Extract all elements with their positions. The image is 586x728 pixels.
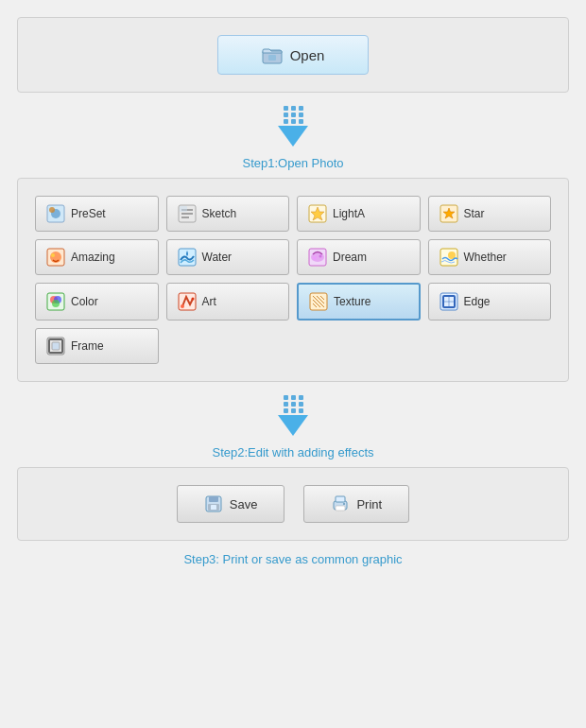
svg-rect-45 [209,496,218,502]
dot [299,113,303,117]
open-button-label: Open [290,47,325,63]
step2-arrow [278,395,308,436]
svg-rect-47 [211,505,216,510]
dot [291,408,296,413]
sketch-button[interactable]: Sketch [166,196,290,232]
water-icon [177,247,198,268]
svg-point-27 [52,300,60,307]
arrow-dots-2 [284,395,303,413]
texture-icon [308,291,329,312]
dot [284,408,288,413]
svg-point-20 [313,256,317,260]
svg-rect-50 [336,506,345,511]
dot [284,113,288,117]
whether-icon [439,247,459,268]
save-button[interactable]: Save [177,485,285,523]
color-button[interactable]: Color [35,283,159,321]
lighta-icon [307,203,328,224]
sketch-icon [177,203,198,224]
effects-grid: PreSet Sketch LightA [35,196,551,364]
step2-label: Step2:Edit with adding effects [212,445,373,459]
save-icon [204,494,223,513]
dot [284,119,288,124]
edge-icon [439,291,459,312]
color-icon [45,291,66,312]
star-icon [439,203,459,224]
whether-button[interactable]: Whether [428,239,552,275]
step1-arrow [278,106,308,147]
frame-button[interactable]: Frame [35,328,159,364]
dream-icon [307,247,328,268]
preset-button[interactable]: PreSet [35,196,159,232]
frame-icon [45,336,66,356]
svg-point-30 [191,298,194,301]
svg-point-16 [51,253,55,257]
svg-rect-49 [336,496,345,502]
open-icon [262,45,283,64]
dot [299,402,303,407]
star-button[interactable]: Star [428,196,552,232]
svg-point-4 [49,207,55,213]
dot [291,402,296,407]
dot [291,395,296,400]
dot [291,119,296,124]
step1-area: Step1:Open Photo [0,93,586,178]
step1-label: Step1:Open Photo [243,156,344,170]
svg-point-29 [181,304,184,308]
step3-label: Step3: Print or save as common graphic [0,541,586,583]
amazing-icon [45,247,66,268]
print-button[interactable]: Print [303,485,409,523]
dot [299,119,303,124]
dot [291,106,296,111]
dot [284,402,288,407]
arrow-dots-1 [284,106,303,124]
save-button-label: Save [230,497,258,511]
svg-rect-9 [180,206,187,212]
art-icon [177,291,198,312]
amazing-button[interactable]: Amazing [35,239,159,275]
print-button-label: Print [356,497,382,511]
edge-button[interactable]: Edge [428,283,552,321]
dot [284,106,288,111]
water-button[interactable]: Water [166,239,290,275]
save-print-panel: Save Print [17,467,569,541]
arrow-down-1 [278,126,308,147]
effects-panel: PreSet Sketch LightA [17,178,569,382]
preset-icon [45,203,66,224]
svg-point-21 [319,255,322,258]
print-icon [331,494,350,513]
open-panel: Open [17,17,569,93]
art-button[interactable]: Art [166,283,290,321]
dot [284,395,288,400]
open-button[interactable]: Open [217,35,369,75]
svg-point-51 [343,503,345,505]
dot [299,408,303,413]
step3-area: Step3: Print or save as common graphic [0,541,586,583]
dream-button[interactable]: Dream [297,239,421,275]
texture-button[interactable]: Texture [297,283,421,321]
svg-rect-43 [52,342,60,350]
dot [299,395,303,400]
svg-rect-1 [268,55,276,61]
lighta-button[interactable]: LightA [297,196,421,232]
dot [299,106,303,111]
dot [291,113,296,117]
arrow-down-2 [278,415,308,436]
step2-area: Step2:Edit with adding effects [0,382,586,467]
